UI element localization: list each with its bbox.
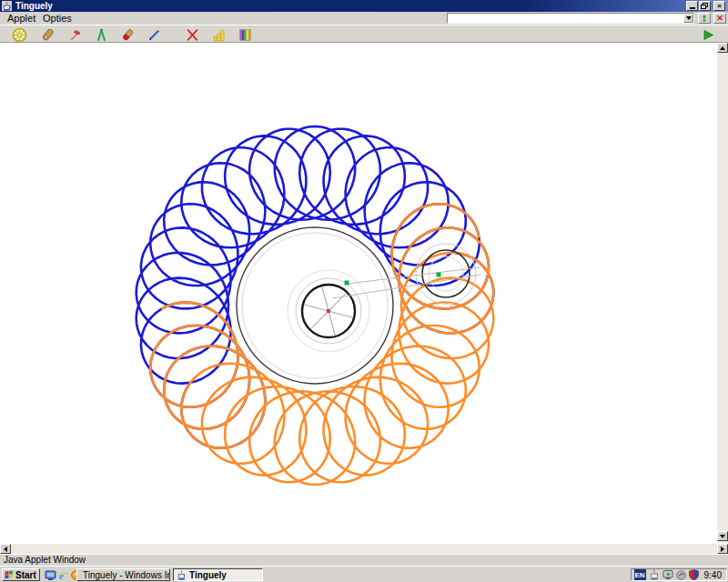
task-label: Tinguely (189, 570, 227, 580)
refresh-arrows-icon (700, 14, 709, 23)
task-button-browser[interactable]: e Tinguely - Windows Inter... (76, 568, 170, 581)
desktop-icon (45, 569, 56, 581)
title-bar[interactable]: Tinguely × (0, 0, 728, 12)
wheel-icon (12, 27, 27, 43)
scroll-left-button[interactable] (0, 544, 11, 554)
right-arrow-icon (721, 547, 724, 552)
scroll-up-button[interactable] (717, 43, 728, 53)
svg-text:e: e (59, 569, 64, 580)
restore-button[interactable] (699, 1, 711, 11)
stop-button[interactable]: ✕ (713, 13, 726, 24)
tag-icon (40, 27, 56, 43)
run-button[interactable] (700, 26, 716, 43)
red-cross-icon (185, 27, 200, 43)
drawing-canvas[interactable] (0, 43, 716, 543)
status-text: Java Applet Window (4, 555, 86, 565)
hammer-tool-button[interactable] (66, 26, 83, 43)
java-icon (177, 570, 187, 580)
java-tray-icon[interactable] (649, 569, 660, 580)
status-bar: Java Applet Window (0, 554, 728, 566)
horizontal-scrollbar[interactable] (0, 543, 728, 554)
compass-tool-button[interactable] (93, 26, 109, 43)
eraser-icon (120, 27, 136, 43)
taskbar: Start e e Tinguel (0, 566, 728, 582)
combobox-input[interactable] (448, 14, 683, 23)
volume-tray-icon[interactable] (676, 570, 686, 580)
compass-icon (94, 27, 109, 43)
menu-opties[interactable]: Opties (40, 12, 75, 25)
pen-tool-button[interactable] (146, 26, 162, 43)
quicklaunch-internet-explorer[interactable]: e (56, 568, 69, 581)
eraser-tool-button[interactable] (119, 26, 136, 43)
chevron-down-icon (686, 16, 692, 20)
refresh-button[interactable] (698, 13, 711, 24)
combobox-dropdown-button[interactable] (683, 14, 693, 23)
toolbar (0, 25, 728, 43)
start-button[interactable]: Start (2, 568, 40, 581)
close-button[interactable]: × (713, 1, 725, 11)
chart-tool-button[interactable] (210, 26, 227, 43)
pen-icon (147, 27, 162, 43)
applet-combobox[interactable] (447, 13, 694, 24)
java-window-icon (2, 1, 12, 11)
scroll-down-button[interactable] (717, 531, 728, 541)
vertical-scrollbar[interactable] (716, 43, 728, 543)
start-label: Start (15, 570, 36, 580)
minimize-button[interactable] (686, 1, 698, 11)
spirograph-drawing (0, 43, 716, 543)
down-arrow-icon (720, 535, 725, 538)
applet-window: Tinguely × Applet Opties (0, 0, 728, 582)
up-arrow-icon (720, 46, 725, 50)
menu-applet[interactable]: Applet (5, 12, 38, 25)
colors-tool-button[interactable] (237, 26, 253, 43)
red-x-icon: ✕ (716, 15, 723, 23)
wheel-tool-button[interactable] (11, 26, 27, 43)
internet-explorer-icon: e (57, 569, 69, 581)
clock[interactable]: 9:40 (702, 570, 723, 580)
shield-tray-icon[interactable] (689, 569, 699, 580)
language-indicator[interactable]: EN (634, 569, 646, 580)
play-icon (702, 28, 715, 42)
display-tray-icon[interactable] (662, 569, 673, 580)
left-arrow-icon (4, 547, 7, 552)
quicklaunch-desktop[interactable] (44, 568, 56, 581)
color-bars-icon (238, 27, 253, 43)
bar-chart-icon (211, 27, 227, 43)
task-button-tinguely[interactable]: Tinguely (173, 568, 263, 581)
system-tray: EN 9:40 (631, 568, 727, 581)
hammer-icon (67, 27, 83, 43)
minimize-icon (690, 7, 695, 9)
task-label: Tinguely - Windows Inter... (83, 570, 170, 580)
scroll-right-button[interactable] (717, 544, 728, 554)
window-title: Tinguely (15, 0, 53, 12)
windows-logo-icon (5, 570, 14, 579)
close-icon: × (717, 3, 722, 10)
tag-tool-button[interactable] (39, 26, 56, 43)
restore-icon (701, 3, 709, 10)
menu-bar: Applet Opties ✕ (0, 12, 728, 25)
delete-tool-button[interactable] (184, 26, 200, 43)
